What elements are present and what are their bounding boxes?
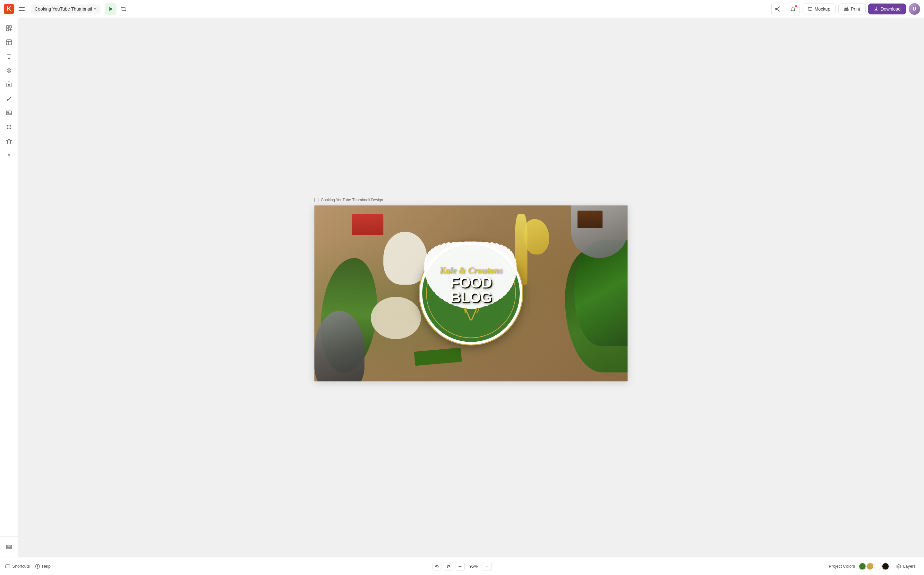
canvas-frame-label: Cooking YouTube Thumbnail Design: [321, 198, 383, 202]
sidebar-item-elements[interactable]: [3, 64, 15, 77]
svg-point-40: [7, 128, 8, 129]
svg-point-34: [7, 125, 8, 126]
sidebar-item-brand[interactable]: [3, 135, 15, 148]
sidebar-item-grid[interactable]: [3, 121, 15, 133]
svg-rect-1: [19, 9, 25, 9]
svg-point-36: [10, 125, 11, 126]
svg-point-33: [7, 111, 9, 113]
sidebar: [0, 18, 18, 288]
badge-text-container: Kale & Croutons FOOD BLOG: [422, 259, 462, 288]
sidebar-item-text[interactable]: [3, 50, 15, 63]
sidebar-item-apps[interactable]: [3, 149, 15, 162]
veggie-left: [321, 258, 377, 288]
food-badge: Kale & Croutons FOOD BLOG: [416, 239, 462, 288]
svg-rect-23: [6, 29, 9, 31]
svg-rect-0: [19, 7, 25, 8]
chevron-down-icon: ▾: [94, 7, 96, 11]
svg-point-29: [8, 70, 10, 71]
svg-point-31: [8, 84, 10, 86]
svg-rect-2: [19, 10, 25, 11]
crop-button[interactable]: [118, 3, 129, 15]
badge-title: Kale & Croutons: [429, 265, 462, 275]
svg-point-39: [10, 127, 11, 127]
menu-icon[interactable]: [17, 4, 27, 14]
document-title: Cooking YouTube Thumbnail: [35, 6, 92, 11]
sidebar-item-layout[interactable]: [3, 36, 15, 49]
svg-rect-32: [6, 111, 11, 115]
svg-rect-30: [7, 83, 11, 87]
topbar: K Cooking YouTube Thumbnail ▾: [0, 0, 462, 18]
svg-point-37: [7, 127, 8, 127]
svg-point-42: [10, 128, 11, 129]
svg-rect-22: [9, 25, 11, 28]
frame-icon: [314, 198, 319, 202]
svg-point-35: [8, 125, 9, 126]
svg-point-38: [8, 127, 9, 127]
badge-circle: Kale & Croutons FOOD BLOG: [420, 242, 462, 288]
play-button[interactable]: [105, 3, 116, 15]
sidebar-item-uploads[interactable]: [3, 78, 15, 91]
svg-rect-21: [6, 25, 9, 28]
svg-point-28: [7, 68, 11, 72]
sidebar-item-draw[interactable]: [3, 92, 15, 105]
svg-rect-4: [122, 7, 125, 11]
badge-subtitle: FOOD BLOG: [429, 275, 462, 288]
canvas-label: Cooking YouTube Thumbnail Design: [314, 198, 383, 202]
sidebar-item-photos[interactable]: [3, 106, 15, 119]
document-title-area[interactable]: Cooking YouTube Thumbnail ▾: [31, 5, 100, 13]
topbar-actions: [105, 3, 129, 15]
svg-rect-24: [6, 40, 11, 45]
thumbnail-canvas[interactable]: Kale & Croutons FOOD BLOG: [314, 205, 462, 288]
sidebar-item-edit[interactable]: [3, 22, 15, 35]
svg-marker-3: [109, 7, 113, 11]
svg-point-41: [8, 128, 9, 129]
canvas-area: Cooking YouTube Thumbnail Design: [18, 18, 462, 288]
app-logo[interactable]: K: [4, 4, 14, 14]
canvas-wrapper: Cooking YouTube Thumbnail Design: [314, 205, 462, 288]
thumbnail-background: Kale & Croutons FOOD BLOG: [314, 205, 462, 288]
red-plate: [352, 214, 383, 235]
